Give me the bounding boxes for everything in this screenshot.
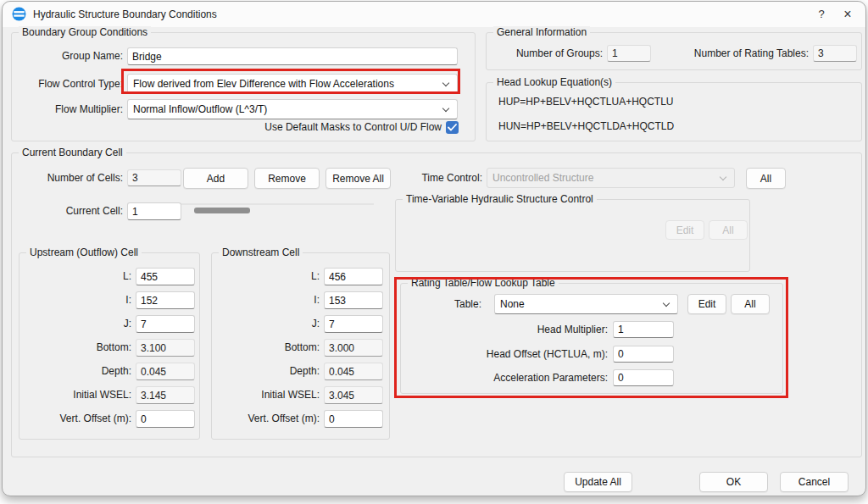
upstream-vert-offset-label: Vert. Offset (m): [19, 410, 131, 428]
default-masks-label: Use Default Masks to Control U/D Flow [181, 121, 442, 134]
upstream-initial-wsel-field [136, 386, 195, 404]
rating-table-group: Rating Table/Flow Lookup Table Table: No… [400, 283, 783, 394]
downstream-initial-wsel-field [324, 386, 383, 404]
acceleration-parameters-label: Acceleration Parameters: [401, 369, 608, 386]
upstream-j-label: J: [19, 315, 131, 333]
group-legend: Downstream Cell [219, 246, 303, 259]
acceleration-parameters-input[interactable] [613, 369, 674, 386]
group-legend: Rating Table/Flow Lookup Table [408, 277, 559, 290]
flow-multiplier-label: Flow Multiplier: [12, 99, 123, 119]
cancel-button[interactable]: Cancel [780, 472, 849, 492]
head-lookup-equation-1: HUP=HP+BELV+HQCTLUA+HQCTLU [498, 96, 674, 108]
current-cell-input[interactable] [127, 202, 181, 220]
downstream-j-input[interactable] [324, 315, 383, 333]
downstream-j-label: J: [212, 315, 320, 333]
head-multiplier-label: Head Multiplier: [401, 321, 608, 338]
ok-button[interactable]: OK [699, 472, 768, 492]
current-cell-slider-track[interactable] [181, 203, 374, 205]
time-variable-control-group: Time-Variable Hydraulic Structure Contro… [395, 199, 750, 272]
close-button[interactable]: × [833, 2, 862, 27]
downstream-i-label: I: [212, 291, 320, 309]
window-title: Hydraulic Structure Boundary Conditions [33, 2, 217, 27]
downstream-l-label: L: [212, 268, 320, 285]
chevron-down-icon [442, 80, 449, 86]
number-of-cells-label: Number of Cells: [12, 169, 123, 186]
upstream-initial-wsel-label: Initial WSEL: [19, 386, 131, 404]
head-offset-input[interactable] [613, 346, 674, 363]
general-information-group: General Information Number of Groups: Nu… [486, 32, 862, 70]
group-legend: Current Boundary Cell [19, 147, 126, 159]
head-lookup-equations-group: Head Lookup Equation(s) HUP=HP+BELV+HQCT… [486, 82, 862, 141]
downstream-depth-field [324, 363, 383, 380]
downstream-vert-offset-label: Vert. Offset (m): [212, 410, 320, 428]
flow-control-type-select[interactable]: Flow derived from Elev Difference with F… [127, 74, 458, 94]
current-boundary-cell-group: Current Boundary Cell Number of Cells: A… [11, 152, 862, 457]
downstream-vert-offset-input[interactable] [324, 410, 383, 428]
flow-multiplier-select[interactable]: Normal Inflow/Outflow (L^3/T) [127, 99, 458, 119]
downstream-initial-wsel-label: Initial WSEL: [212, 386, 320, 404]
table-select[interactable]: None [494, 294, 678, 314]
current-cell-slider-thumb[interactable] [194, 208, 250, 213]
upstream-i-label: I: [19, 291, 131, 309]
update-all-button[interactable]: Update All [564, 472, 632, 492]
title-bar: Hydraulic Structure Boundary Conditions … [3, 2, 865, 27]
table-value: None [500, 298, 525, 310]
upstream-cell-group: Upstream (Outflow) Cell L: I: J: Bottom:… [19, 252, 200, 440]
group-legend: Head Lookup Equation(s) [493, 76, 615, 89]
flow-control-type-label: Flow Control Type: [12, 74, 123, 94]
boundary-group-conditions-group: Boundary Group Conditions Group Name: Fl… [11, 32, 476, 141]
upstream-depth-label: Depth: [19, 363, 131, 380]
group-legend: General Information [493, 26, 590, 39]
group-legend: Boundary Group Conditions [19, 26, 151, 39]
group-legend: Upstream (Outflow) Cell [26, 246, 142, 259]
rating-table-edit-button[interactable]: Edit [687, 294, 726, 314]
remove-button[interactable]: Remove [254, 168, 320, 189]
time-control-all-button[interactable]: All [746, 168, 786, 189]
upstream-j-input[interactable] [136, 315, 195, 333]
rating-table-all-button[interactable]: All [731, 294, 770, 314]
time-variable-all-button: All [709, 220, 748, 240]
flow-multiplier-value: Normal Inflow/Outflow (L^3/T) [133, 103, 267, 115]
upstream-i-input[interactable] [136, 291, 195, 309]
checkmark-icon [448, 124, 457, 131]
downstream-i-input[interactable] [324, 291, 383, 309]
upstream-bottom-label: Bottom: [19, 339, 131, 357]
number-of-cells-field [127, 169, 181, 186]
group-name-label: Group Name: [12, 47, 123, 65]
time-control-select: Uncontrolled Structure [487, 168, 735, 188]
upstream-vert-offset-input[interactable] [136, 410, 195, 428]
group-legend: Time-Variable Hydraulic Structure Contro… [403, 193, 597, 206]
table-label: Table: [401, 294, 481, 314]
current-cell-label: Current Cell: [12, 202, 123, 220]
downstream-bottom-label: Bottom: [212, 339, 320, 357]
time-control-value: Uncontrolled Structure [492, 172, 593, 184]
app-icon [12, 7, 26, 21]
number-of-rating-tables-field [813, 45, 857, 62]
dialog-window: Hydraulic Structure Boundary Conditions … [2, 1, 866, 496]
downstream-bottom-field [324, 339, 383, 357]
downstream-depth-label: Depth: [212, 363, 320, 380]
head-multiplier-input[interactable] [613, 321, 674, 338]
number-of-groups-label: Number of Groups: [487, 45, 603, 62]
time-control-label: Time Control: [376, 168, 482, 188]
default-masks-checkbox[interactable] [446, 121, 459, 134]
downstream-cell-group: Downstream Cell L: I: J: Bottom: Depth: … [211, 252, 390, 440]
number-of-rating-tables-label: Number of Rating Tables: [639, 45, 809, 62]
upstream-depth-field [136, 363, 195, 380]
upstream-l-input[interactable] [136, 268, 195, 285]
head-offset-label: Head Offset (HCTLUA, m): [401, 346, 608, 363]
upstream-bottom-field [136, 339, 195, 357]
chevron-down-icon [442, 105, 449, 112]
help-button[interactable]: ? [808, 2, 835, 27]
time-variable-edit-button: Edit [665, 220, 704, 240]
flow-control-type-value: Flow derived from Elev Difference with F… [133, 78, 394, 90]
downstream-l-input[interactable] [324, 268, 383, 285]
upstream-l-label: L: [19, 268, 131, 285]
add-button[interactable]: Add [183, 168, 248, 189]
group-name-input[interactable] [127, 47, 458, 65]
head-lookup-equation-2: HUN=HP+BELV+HQCTLDA+HQCTLD [498, 120, 674, 132]
chevron-down-icon [720, 174, 726, 180]
chevron-down-icon [663, 300, 670, 307]
